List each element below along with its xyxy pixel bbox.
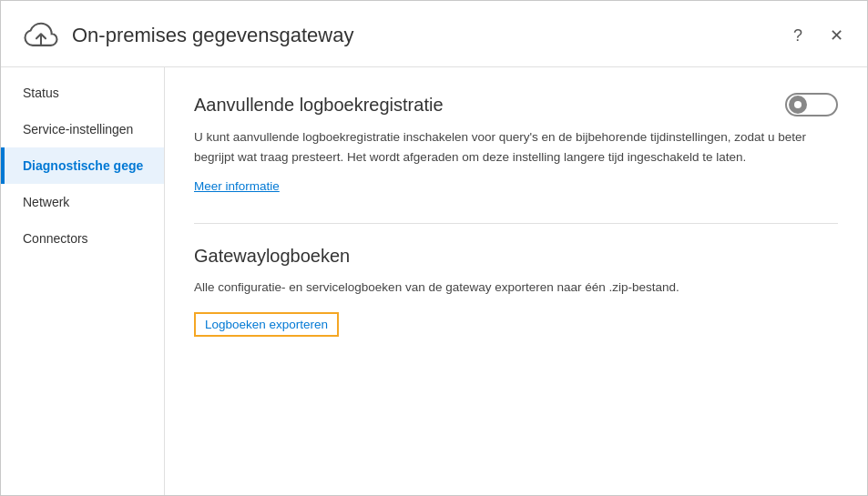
section-gateway-logs: Gatewaylogboeken Alle configuratie- en s… bbox=[194, 246, 838, 337]
sidebar: Status Service-instellingen Diagnostisch… bbox=[1, 67, 165, 495]
section-logging-header: Aanvullende logboekregistratie bbox=[194, 93, 838, 116]
toggle-container bbox=[785, 93, 838, 116]
logging-toggle[interactable] bbox=[785, 93, 838, 116]
titlebar: On-premises gegevensgateway ? ✕ bbox=[1, 1, 867, 67]
cloud-upload-icon bbox=[23, 17, 59, 54]
toggle-knob bbox=[789, 96, 807, 114]
content-panel: Aanvullende logboekregistratie U kunt aa… bbox=[165, 67, 867, 495]
main-window: On-premises gegevensgateway ? ✕ Status S… bbox=[0, 0, 868, 496]
section-gateway-logs-header: Gatewaylogboeken bbox=[194, 246, 838, 267]
main-content: Status Service-instellingen Diagnostisch… bbox=[1, 67, 867, 495]
sidebar-item-diagnostische[interactable]: Diagnostische gege bbox=[1, 147, 164, 184]
section-gateway-logs-title: Gatewaylogboeken bbox=[194, 246, 350, 267]
section-logging-title: Aanvullende logboekregistratie bbox=[194, 95, 444, 116]
window-title: On-premises gegevensgateway bbox=[72, 24, 788, 47]
section-logging: Aanvullende logboekregistratie U kunt aa… bbox=[194, 93, 838, 194]
section-gateway-logs-description: Alle configuratie- en servicelogboeken v… bbox=[194, 278, 813, 298]
section-logging-description: U kunt aanvullende logboekregistratie in… bbox=[194, 127, 813, 167]
help-button[interactable]: ? bbox=[788, 25, 808, 46]
sidebar-item-netwerk[interactable]: Netwerk bbox=[1, 184, 164, 220]
meer-informatie-link[interactable]: Meer informatie bbox=[194, 179, 280, 193]
export-logs-link[interactable]: Logboeken exporteren bbox=[194, 312, 339, 337]
close-button[interactable]: ✕ bbox=[824, 25, 849, 46]
titlebar-controls: ? ✕ bbox=[788, 25, 849, 46]
section-divider bbox=[194, 223, 838, 224]
sidebar-item-status[interactable]: Status bbox=[1, 75, 164, 111]
sidebar-item-service-instellingen[interactable]: Service-instellingen bbox=[1, 111, 164, 147]
sidebar-item-connectors[interactable]: Connectors bbox=[1, 220, 164, 257]
